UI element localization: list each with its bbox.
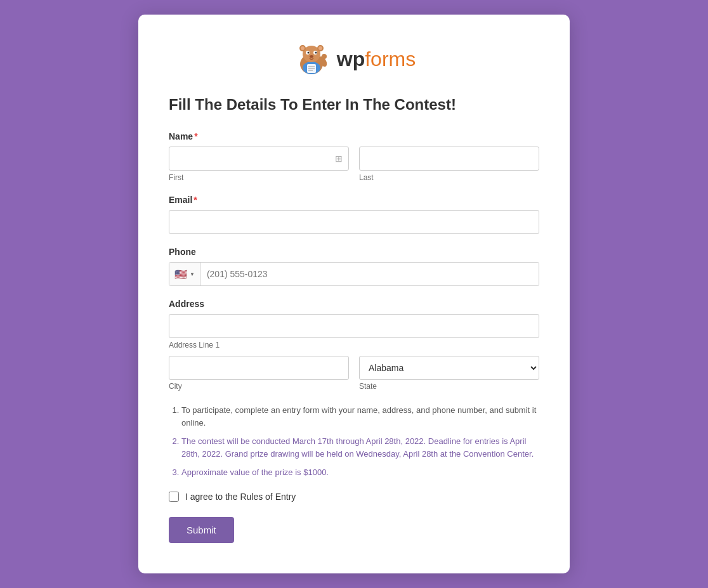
svg-point-10 bbox=[318, 46, 322, 50]
city-label: City bbox=[169, 382, 182, 391]
first-name-input[interactable] bbox=[169, 147, 349, 171]
svg-point-14 bbox=[315, 52, 317, 54]
last-name-label: Last bbox=[359, 173, 539, 182]
city-input[interactable] bbox=[169, 356, 349, 380]
first-name-input-wrapper: ⊞ bbox=[169, 147, 349, 171]
bear-logo-icon bbox=[292, 40, 331, 78]
state-label: State bbox=[359, 382, 377, 391]
phone-input[interactable] bbox=[200, 263, 539, 285]
address-line1-wrapper: Address Line 1 bbox=[169, 314, 539, 350]
us-flag-icon: 🇺🇸 bbox=[174, 268, 187, 280]
submit-button[interactable]: Submit bbox=[169, 517, 234, 543]
form-card: wpforms Fill The Details To Enter In The… bbox=[138, 15, 570, 573]
logo-text: wpforms bbox=[337, 48, 416, 71]
agree-checkbox[interactable] bbox=[169, 492, 179, 502]
svg-point-15 bbox=[310, 55, 313, 58]
card-icon: ⊞ bbox=[335, 154, 343, 164]
address-line1-sublabel: Address Line 1 bbox=[169, 341, 539, 350]
address-label: Address bbox=[169, 299, 539, 309]
svg-point-13 bbox=[307, 52, 309, 54]
name-label: Name* bbox=[169, 131, 539, 141]
address-group: Address Address Line 1 City Alabama Alas… bbox=[169, 299, 539, 391]
address-line1-input[interactable] bbox=[169, 314, 539, 338]
svg-point-8 bbox=[301, 46, 305, 50]
name-group: Name* ⊞ First Last bbox=[169, 131, 539, 182]
rules-item-3: Approximate value of the prize is $1000. bbox=[181, 466, 539, 479]
agree-label[interactable]: I agree to the Rules of Entry bbox=[185, 492, 296, 502]
email-input[interactable] bbox=[169, 210, 539, 234]
address-row2: City Alabama Alaska Arizona Arkansas Cal… bbox=[169, 356, 539, 391]
phone-flag-selector[interactable]: 🇺🇸 ▼ bbox=[169, 263, 200, 285]
state-select[interactable]: Alabama Alaska Arizona Arkansas Californ… bbox=[359, 356, 539, 380]
rules-item-1: To participate, complete an entry form w… bbox=[181, 404, 539, 429]
form-title: Fill The Details To Enter In The Contest… bbox=[169, 96, 539, 114]
phone-group: Phone 🇺🇸 ▼ bbox=[169, 247, 539, 286]
email-group: Email* bbox=[169, 195, 539, 234]
city-col: City bbox=[169, 356, 349, 391]
last-name-input[interactable] bbox=[359, 147, 539, 171]
svg-point-17 bbox=[322, 54, 327, 59]
logo-area: wpforms bbox=[169, 40, 539, 78]
first-name-label: First bbox=[169, 173, 349, 182]
last-name-col: Last bbox=[359, 147, 539, 182]
flag-caret-icon: ▼ bbox=[190, 271, 195, 277]
agree-checkbox-row: I agree to the Rules of Entry bbox=[169, 492, 539, 502]
phone-input-row: 🇺🇸 ▼ bbox=[169, 262, 539, 286]
email-label: Email* bbox=[169, 195, 539, 205]
name-row: ⊞ First Last bbox=[169, 147, 539, 182]
rules-list: To participate, complete an entry form w… bbox=[169, 404, 539, 479]
state-col: Alabama Alaska Arizona Arkansas Californ… bbox=[359, 356, 539, 391]
rules-item-2: The contest will be conducted March 17th… bbox=[181, 435, 539, 460]
first-name-col: ⊞ First bbox=[169, 147, 349, 182]
phone-label: Phone bbox=[169, 247, 539, 257]
